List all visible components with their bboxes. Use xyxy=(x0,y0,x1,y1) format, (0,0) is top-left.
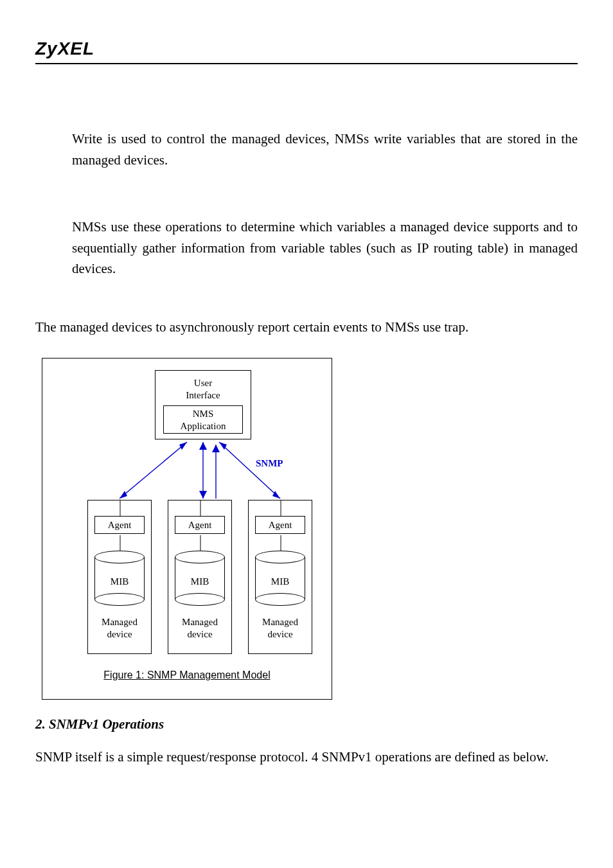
svg-line-3 xyxy=(219,442,280,499)
mib-cylinder-3: MIB xyxy=(255,551,305,606)
figure-caption: Figure 1: SNMP Management Model xyxy=(42,669,332,681)
managed-device-label-3: Manageddevice xyxy=(249,616,312,641)
section-2-title: 2. SNMPv1 Operations xyxy=(35,716,578,732)
mib-label-3: MIB xyxy=(255,576,305,587)
agent-box-2: Agent xyxy=(175,516,225,534)
agent-box-3: Agent xyxy=(255,516,305,534)
svg-marker-2 xyxy=(179,442,187,450)
page: ZyXEL Write is used to control the manag… xyxy=(0,0,613,868)
svg-marker-1 xyxy=(120,491,127,499)
header-rule xyxy=(35,63,578,64)
managed-device-1: Agent MIB Manageddevice xyxy=(87,500,152,654)
snmp-label: SNMP xyxy=(256,458,283,469)
managed-device-label-1: Manageddevice xyxy=(88,616,151,641)
user-interface-label: UserInterface xyxy=(155,377,251,402)
section-2-body: SNMP itself is a simple request/response… xyxy=(35,747,578,768)
managed-device-label-2: Manageddevice xyxy=(168,616,231,641)
agent-box-1: Agent xyxy=(94,516,145,534)
nms-box: UserInterface NMSApplication xyxy=(155,370,251,439)
paragraph-trap: The managed devices to asynchronously re… xyxy=(35,317,578,338)
managed-device-3: Agent MIB Manageddevice xyxy=(248,500,312,654)
paragraph-traversal: NMSs use these operations to determine w… xyxy=(35,217,578,279)
svg-marker-5 xyxy=(219,442,227,450)
svg-marker-7 xyxy=(199,442,207,450)
paragraph-write: Write is used to control the managed dev… xyxy=(35,128,578,170)
nms-application-box: NMSApplication xyxy=(163,405,243,434)
mib-cylinder-2: MIB xyxy=(175,551,225,606)
mib-label-1: MIB xyxy=(94,576,145,587)
managed-device-2: Agent MIB Manageddevice xyxy=(168,500,232,654)
brand-logo: ZyXEL xyxy=(35,39,578,59)
svg-line-0 xyxy=(120,442,187,499)
svg-marker-8 xyxy=(199,491,207,499)
snmp-diagram: UserInterface NMSApplication SNMP xyxy=(42,358,332,700)
mib-cylinder-1: MIB xyxy=(94,551,145,606)
svg-marker-10 xyxy=(212,445,220,452)
svg-marker-4 xyxy=(272,491,280,499)
mib-label-2: MIB xyxy=(175,576,225,587)
